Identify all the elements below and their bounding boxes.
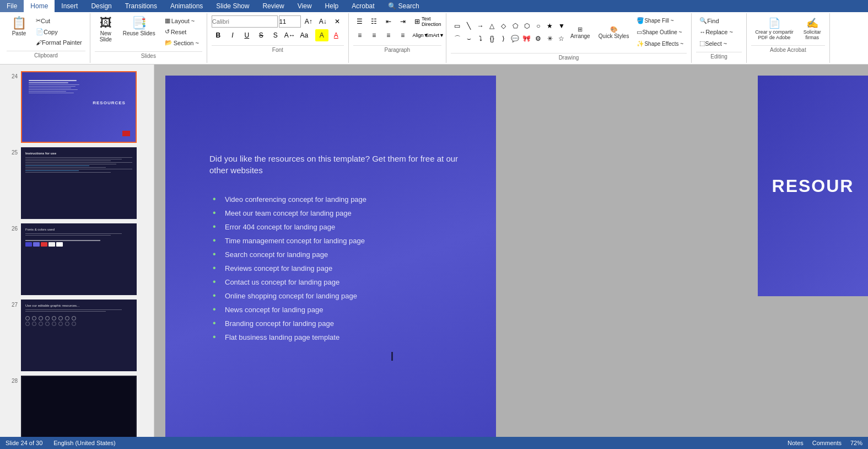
paste-button[interactable]: 📋 Paste xyxy=(7,15,31,38)
zoom-level: 72% xyxy=(850,440,862,445)
shape-fill-icon: 🪣 xyxy=(637,17,644,24)
slide-item-24[interactable]: 24 RESOURCES xyxy=(0,69,154,145)
tab-view[interactable]: View xyxy=(291,0,319,12)
shape-effects-icon: ✨ xyxy=(637,40,644,47)
format-painter-button[interactable]: 🖌 Format Painter xyxy=(33,38,85,47)
section-button[interactable]: 📂 Section ~ xyxy=(161,38,202,48)
slide-thumbnail-28[interactable] xyxy=(21,376,137,445)
quick-styles-icon: 🎨 xyxy=(610,26,618,33)
reset-button[interactable]: ↺ Reset xyxy=(161,26,202,37)
acrobat-group: 📄 Crear y compartirPDF de Adobe ✍ Solici… xyxy=(747,13,830,63)
ribbon: File Home Insert Design Transitions Anim… xyxy=(0,0,868,65)
strikethrough-button[interactable]: S xyxy=(255,29,268,41)
copy-button[interactable]: 📄 Copy xyxy=(33,26,85,37)
tab-transitions[interactable]: Transitions xyxy=(118,0,164,12)
slide-item-25[interactable]: 25 Instructions for use xyxy=(0,145,154,221)
tab-review[interactable]: Review xyxy=(256,0,290,12)
create-pdf-button[interactable]: 📄 Crear y compartirPDF de Adobe xyxy=(751,15,797,42)
bullets-button[interactable]: ☰ xyxy=(353,15,366,28)
main-area: 24 RESOURCES xyxy=(0,65,868,445)
align-center-button[interactable]: ≡ xyxy=(368,29,381,41)
slide-thumbnail-24[interactable]: RESOURCES xyxy=(21,71,137,143)
slide-thumbnail-27[interactable]: Use our editable graphic resources... xyxy=(21,300,137,371)
bold-button[interactable]: B xyxy=(212,29,225,41)
layout-icon: ▦ xyxy=(165,17,170,24)
slide-item-26[interactable]: 26 Fonts & colors used xyxy=(0,221,154,297)
copy-icon: 📄 xyxy=(36,28,44,35)
language-info: English (United States) xyxy=(53,440,116,445)
font-name-input[interactable] xyxy=(212,15,278,28)
replace-button[interactable]: ↔ Replace ~ xyxy=(696,27,742,37)
tab-help[interactable]: Help xyxy=(319,0,346,12)
notes-button[interactable]: Notes xyxy=(788,440,804,445)
list-item: Flat business landing page template xyxy=(209,330,474,344)
justify-button[interactable]: ≡ xyxy=(396,29,409,41)
new-slide-button[interactable]: 🖼 NewSlide xyxy=(95,15,117,44)
arrange-button[interactable]: ⊞ Arrange xyxy=(567,24,594,41)
slide-thumbnail-26[interactable]: Fonts & colors used xyxy=(21,223,137,295)
italic-button[interactable]: I xyxy=(226,29,239,41)
clipboard-group: 📋 Paste ✂ Cut 📄 Copy 🖌 xyxy=(2,13,90,63)
slide-canvas-main[interactable]: Did you like the resources on this templ… xyxy=(165,76,496,445)
shape-fill-button[interactable]: 🪣 Shape Fill ~ xyxy=(633,15,687,26)
request-signatures-button[interactable]: ✍ Solicitarfirmas xyxy=(800,15,825,42)
slides-group: 🖼 NewSlide 📑 Reuse Slides ▦ Layout ~ xyxy=(90,13,207,63)
find-icon: 🔍 xyxy=(699,17,707,24)
increase-indent-button[interactable]: ⇥ xyxy=(396,15,409,28)
increase-font-button[interactable]: A↑ xyxy=(302,15,315,28)
tab-slideshow[interactable]: Slide Show xyxy=(209,0,256,12)
tab-home[interactable]: Home xyxy=(24,0,55,12)
tab-insert[interactable]: Insert xyxy=(55,0,84,12)
slide-thumbnail-25[interactable]: Instructions for use xyxy=(21,147,137,219)
tab-search[interactable]: 🔍 Search xyxy=(381,0,426,12)
tab-acrobat[interactable]: Acrobat xyxy=(345,0,381,12)
list-item: Online shopping concept for landing page xyxy=(209,289,474,303)
change-case-button[interactable]: Aa xyxy=(298,29,311,41)
reuse-slides-button[interactable]: 📑 Reuse Slides xyxy=(119,15,159,38)
replace-icon: ↔ xyxy=(699,29,705,35)
shadow-button[interactable]: S xyxy=(269,29,282,41)
font-color-button[interactable]: A xyxy=(330,29,343,41)
shape-outline-button[interactable]: ▭ Shape Outline ~ xyxy=(633,27,687,38)
shape-outline-icon: ▭ xyxy=(637,29,642,36)
highlight-button[interactable]: A xyxy=(315,29,328,41)
decrease-font-button[interactable]: A↓ xyxy=(316,15,330,28)
paragraph-group: ☰ ☷ ⇤ ⇥ ⊞ Text Direction ≡ ≡ ≡ ≡ A xyxy=(349,13,446,63)
request-signatures-icon: ✍ xyxy=(806,17,818,29)
text-direction-button[interactable]: Text Direction xyxy=(425,15,438,28)
select-button[interactable]: ⬚ Select ~ xyxy=(696,38,742,49)
reuse-slides-icon: 📑 xyxy=(132,17,147,29)
quick-styles-button[interactable]: 🎨 Quick Styles xyxy=(595,24,633,41)
tab-animations[interactable]: Animations xyxy=(164,0,209,12)
slide-item-28[interactable]: 28 xyxy=(0,373,154,445)
slide-panel: 24 RESOURCES xyxy=(0,65,154,445)
slide-item-27[interactable]: 27 Use our editable graphic resources... xyxy=(0,297,154,373)
convert-smartart-label: SmArt▼ xyxy=(425,33,444,38)
tab-file[interactable]: File xyxy=(0,0,24,12)
numbering-button[interactable]: ☷ xyxy=(368,15,381,28)
format-painter-icon: 🖌 xyxy=(36,39,42,46)
cut-button[interactable]: ✂ Cut xyxy=(33,15,85,26)
slide-intro-text: Did you like the resources on this templ… xyxy=(209,153,474,176)
slide-content-area: Did you like the resources on this templ… xyxy=(209,153,474,344)
convert-smartart-button[interactable]: SmArt▼ xyxy=(428,29,441,41)
list-item: Error 404 concept for landing page xyxy=(209,220,474,234)
find-button[interactable]: 🔍 Find xyxy=(696,15,722,26)
decrease-indent-button[interactable]: ⇤ xyxy=(382,15,395,28)
canvas-area: Did you like the resources on this templ… xyxy=(154,65,868,445)
comments-button[interactable]: Comments xyxy=(812,440,842,445)
font-size-input[interactable] xyxy=(279,15,301,28)
clear-format-button[interactable]: ✕ xyxy=(331,15,344,28)
align-right-button[interactable]: ≡ xyxy=(382,29,395,41)
layout-button[interactable]: ▦ Layout ~ xyxy=(161,15,202,26)
ribbon-tabs: File Home Insert Design Transitions Anim… xyxy=(0,0,868,12)
list-item: Meet our team concept for landing page xyxy=(209,206,474,220)
shape-effects-button[interactable]: ✨ Shape Effects ~ xyxy=(633,39,687,49)
ribbon-body: 📋 Paste ✂ Cut 📄 Copy 🖌 xyxy=(0,12,868,64)
tab-design[interactable]: Design xyxy=(84,0,118,12)
character-spacing-button[interactable]: A↔ xyxy=(283,29,296,41)
list-item: Reviews concept for landing page xyxy=(209,261,474,275)
create-pdf-icon: 📄 xyxy=(768,17,780,29)
align-left-button[interactable]: ≡ xyxy=(353,29,366,41)
underline-button[interactable]: U xyxy=(240,29,254,41)
